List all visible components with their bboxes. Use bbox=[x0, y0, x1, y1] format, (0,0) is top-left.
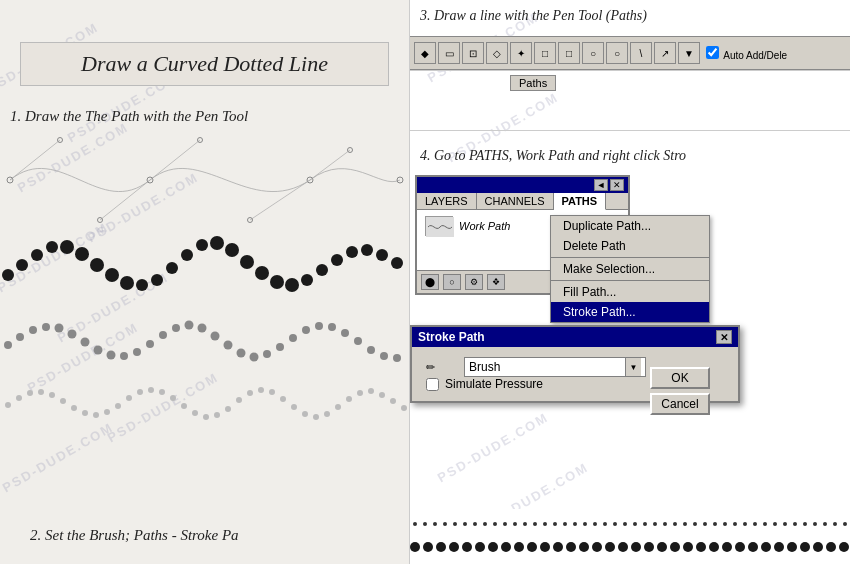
svg-point-102 bbox=[335, 404, 341, 410]
svg-point-40 bbox=[391, 257, 403, 269]
svg-point-67 bbox=[341, 329, 349, 337]
toolbar-select-btn[interactable]: ◆ bbox=[414, 42, 436, 64]
ctx-make-selection[interactable]: Make Selection... bbox=[551, 259, 709, 279]
svg-point-34 bbox=[301, 274, 313, 286]
svg-point-37 bbox=[346, 246, 358, 258]
ctx-delete-path[interactable]: Delete Path bbox=[551, 236, 709, 256]
svg-point-50 bbox=[120, 352, 128, 360]
toolbar-pen2-btn[interactable]: ✦ bbox=[510, 42, 532, 64]
svg-point-16 bbox=[31, 249, 43, 261]
auto-add-checkbox[interactable] bbox=[706, 46, 719, 59]
svg-point-39 bbox=[376, 249, 388, 261]
layers-icon-3[interactable]: ⚙ bbox=[465, 274, 483, 290]
dialog-titlebar: Stroke Path ✕ bbox=[412, 327, 738, 347]
layers-icon-2[interactable]: ○ bbox=[443, 274, 461, 290]
ctx-separator-1 bbox=[551, 257, 709, 258]
tab-layers[interactable]: LAYERS bbox=[417, 193, 477, 209]
toolbar-square-btn[interactable]: □ bbox=[534, 42, 556, 64]
svg-point-128 bbox=[593, 522, 597, 526]
svg-point-21 bbox=[105, 268, 119, 282]
svg-line-4 bbox=[10, 140, 60, 180]
stroke-path-dialog: Stroke Path ✕ ✏ Brush ▼ Simulate Pressur… bbox=[410, 325, 740, 403]
svg-point-59 bbox=[237, 349, 246, 358]
toolbar-circle-btn[interactable]: ○ bbox=[582, 42, 604, 64]
svg-point-88 bbox=[181, 403, 187, 409]
svg-point-54 bbox=[172, 324, 180, 332]
svg-point-149 bbox=[803, 522, 807, 526]
select-arrow[interactable]: ▼ bbox=[625, 358, 641, 376]
panel-collapse-btn[interactable]: ◄ bbox=[594, 179, 608, 191]
svg-point-187 bbox=[839, 542, 849, 552]
svg-point-49 bbox=[107, 351, 116, 360]
svg-point-143 bbox=[743, 522, 747, 526]
svg-point-60 bbox=[250, 353, 259, 362]
tab-paths[interactable]: PATHS bbox=[554, 193, 607, 210]
svg-line-6 bbox=[150, 140, 200, 180]
dialog-close-btn[interactable]: ✕ bbox=[716, 330, 732, 344]
toolbar-rect-btn[interactable]: ▭ bbox=[438, 42, 460, 64]
svg-point-35 bbox=[316, 264, 328, 276]
step4-label: 4. Go to PATHS, Work Path and right clic… bbox=[420, 148, 686, 164]
svg-point-85 bbox=[148, 387, 154, 393]
svg-point-100 bbox=[313, 414, 319, 420]
panel-close-btn[interactable]: ✕ bbox=[610, 179, 624, 191]
tab-channels[interactable]: CHANNELS bbox=[477, 193, 554, 209]
svg-point-87 bbox=[170, 395, 176, 401]
toolbar-poly-btn[interactable]: ⊡ bbox=[462, 42, 484, 64]
svg-point-161 bbox=[501, 542, 511, 552]
svg-point-175 bbox=[683, 542, 693, 552]
dialog-content: ✏ Brush ▼ Simulate Pressure OK Cancel bbox=[426, 357, 724, 391]
svg-point-115 bbox=[463, 522, 467, 526]
toolbar-arrow-btn[interactable]: ↗ bbox=[654, 42, 676, 64]
svg-point-104 bbox=[357, 390, 363, 396]
svg-point-44 bbox=[42, 323, 50, 331]
svg-point-133 bbox=[643, 522, 647, 526]
svg-point-73 bbox=[16, 395, 22, 401]
svg-point-19 bbox=[75, 247, 89, 261]
svg-point-176 bbox=[696, 542, 706, 552]
svg-point-130 bbox=[613, 522, 617, 526]
toolbar-pen-btn[interactable]: ◇ bbox=[486, 42, 508, 64]
svg-point-31 bbox=[255, 266, 269, 280]
ctx-separator-2 bbox=[551, 280, 709, 281]
svg-point-63 bbox=[289, 334, 297, 342]
ctx-stroke-path[interactable]: Stroke Path... bbox=[551, 302, 709, 322]
svg-point-65 bbox=[315, 322, 323, 330]
layers-tabs: LAYERS CHANNELS PATHS bbox=[417, 193, 628, 210]
ok-button[interactable]: OK bbox=[650, 367, 710, 389]
svg-point-146 bbox=[773, 522, 777, 526]
layers-icon-4[interactable]: ❖ bbox=[487, 274, 505, 290]
r-watermark-3: PSD-DUDE.COM bbox=[435, 410, 551, 486]
svg-point-22 bbox=[120, 276, 134, 290]
svg-point-62 bbox=[276, 343, 284, 351]
svg-point-139 bbox=[703, 522, 707, 526]
svg-point-91 bbox=[214, 412, 220, 418]
svg-point-127 bbox=[583, 522, 587, 526]
toolbar-dropdown-btn[interactable]: ▼ bbox=[678, 42, 700, 64]
dialog-title: Stroke Path bbox=[418, 330, 485, 344]
svg-point-148 bbox=[793, 522, 797, 526]
toolbar-line-btn[interactable]: \ bbox=[630, 42, 652, 64]
tool-label: ✏ bbox=[426, 361, 458, 374]
ctx-fill-path[interactable]: Fill Path... bbox=[551, 282, 709, 302]
brush-select[interactable]: Brush ▼ bbox=[464, 357, 646, 377]
svg-point-43 bbox=[29, 326, 37, 334]
svg-point-125 bbox=[563, 522, 567, 526]
thumb-svg bbox=[426, 217, 454, 237]
cancel-button[interactable]: Cancel bbox=[650, 393, 710, 415]
svg-point-108 bbox=[401, 405, 407, 411]
simulate-pressure-checkbox[interactable] bbox=[426, 378, 439, 391]
svg-point-178 bbox=[722, 542, 732, 552]
svg-point-27 bbox=[196, 239, 208, 251]
brush-option: Brush bbox=[469, 360, 500, 374]
toolbar-ellipse-btn[interactable]: ○ bbox=[606, 42, 628, 64]
layers-icon-1[interactable]: ⬤ bbox=[421, 274, 439, 290]
svg-point-159 bbox=[475, 542, 485, 552]
toolbar-rect2-btn[interactable]: □ bbox=[558, 42, 580, 64]
ctx-duplicate-path[interactable]: Duplicate Path... bbox=[551, 216, 709, 236]
left-panel: PSD-DUDE.COM PSD-DUDE.COM PSD-DUDE.COM P… bbox=[0, 0, 410, 564]
simulate-pressure-label: Simulate Pressure bbox=[445, 377, 543, 391]
svg-point-76 bbox=[49, 392, 55, 398]
bottom-dots-area bbox=[410, 509, 850, 564]
svg-point-167 bbox=[579, 542, 589, 552]
